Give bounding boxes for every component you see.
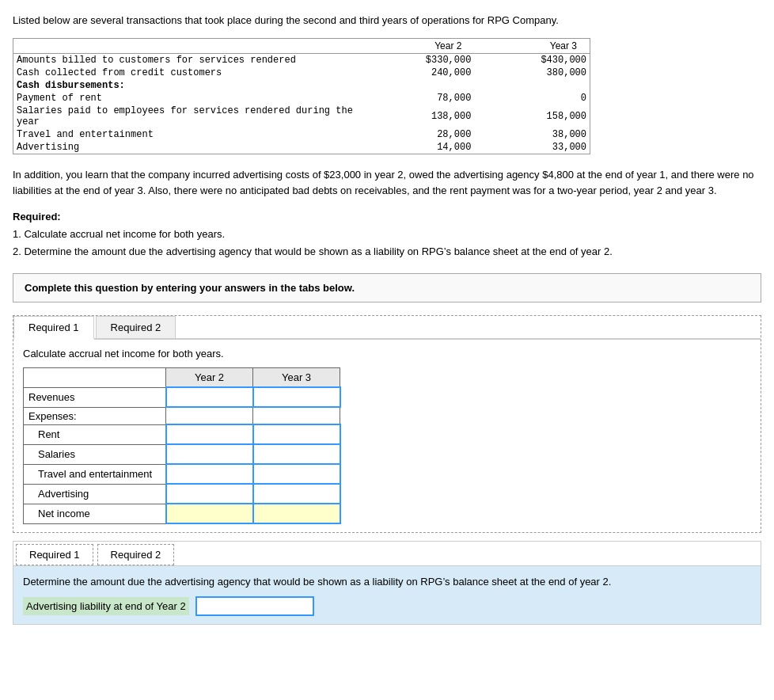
col-header-year3: Year 3 xyxy=(253,368,340,388)
year2-header: Year 2 xyxy=(359,39,475,54)
revenues-year3-cell[interactable] xyxy=(253,387,340,407)
rent-year3-cell[interactable] xyxy=(253,424,340,444)
rent-year3-input[interactable] xyxy=(257,427,336,442)
table-row: Amounts billed to customers for services… xyxy=(13,53,590,67)
rent-row: Rent xyxy=(24,424,340,444)
lower-tab2-content: Determine the amount due the advertising… xyxy=(13,566,761,624)
question-box-text: Complete this question by entering your … xyxy=(25,282,355,294)
salaries-year2-cell[interactable] xyxy=(166,444,253,464)
row-year3: 38,000 xyxy=(474,128,590,141)
revenues-year2-input[interactable] xyxy=(170,390,249,405)
col-header-label xyxy=(24,368,166,388)
advertising-row: Advertising xyxy=(24,484,340,504)
row-year3: 380,000 xyxy=(474,67,590,79)
row-label: Advertising xyxy=(13,141,359,154)
row-year3: $430,000 xyxy=(474,53,590,67)
upper-tab-bar: Required 1 Required 2 xyxy=(13,316,761,340)
required-item-2: 2. Determine the amount due the advertis… xyxy=(13,243,761,261)
rent-year2-cell[interactable] xyxy=(166,424,253,444)
row-year2: 14,000 xyxy=(359,141,475,154)
revenues-label: Revenues xyxy=(24,387,166,407)
row-label: Amounts billed to customers for services… xyxy=(13,53,359,67)
net-income-year3-input[interactable] xyxy=(257,506,336,521)
accrual-table: Year 2 Year 3 Revenues Expenses: xyxy=(23,367,341,524)
row-label: Salaries paid to employees for services … xyxy=(13,105,359,128)
advertising-liability-label: Advertising liability at end of Year 2 xyxy=(23,597,189,616)
revenues-year2-cell[interactable] xyxy=(166,387,253,407)
lower-tab-required1[interactable]: Required 1 xyxy=(16,544,93,565)
row-label: Travel and entertainment xyxy=(13,128,359,141)
row-year3: 0 xyxy=(474,92,590,105)
intro-text: Listed below are several transactions th… xyxy=(13,13,761,29)
advertising-year3-cell[interactable] xyxy=(253,484,340,504)
table-row: Salaries paid to employees for services … xyxy=(13,105,590,128)
lower-tab-required2[interactable]: Required 2 xyxy=(97,544,175,565)
expenses-header-row: Expenses: xyxy=(24,407,340,424)
table-row: Travel and entertainment 28,000 38,000 xyxy=(13,128,590,141)
net-income-year2-cell[interactable] xyxy=(166,504,253,523)
rent-year2-input[interactable] xyxy=(170,427,249,442)
expenses-label: Expenses: xyxy=(24,407,166,424)
year3-header: Year 3 xyxy=(474,39,590,54)
salaries-year3-cell[interactable] xyxy=(253,444,340,464)
col-header-year2: Year 2 xyxy=(166,368,253,388)
lower-tab-bar: Required 1 Required 2 xyxy=(13,542,761,566)
tab2-description: Determine the amount due the advertising… xyxy=(23,574,751,590)
tab-required1[interactable]: Required 1 xyxy=(13,316,94,340)
table-row: Cash disbursements: xyxy=(13,79,590,92)
revenues-year3-input[interactable] xyxy=(257,390,336,405)
advertising-year2-cell[interactable] xyxy=(166,484,253,504)
lower-tabs-container: Required 1 Required 2 Determine the amou… xyxy=(13,541,761,625)
table-row: Advertising 14,000 33,000 xyxy=(13,141,590,154)
required-section: Required: 1. Calculate accrual net incom… xyxy=(13,211,761,261)
advertising-year3-input[interactable] xyxy=(257,486,336,501)
required-list: 1. Calculate accrual net income for both… xyxy=(13,226,761,261)
net-income-row: Net income xyxy=(24,504,340,523)
travel-year2-input[interactable] xyxy=(170,466,249,481)
liability-row: Advertising liability at end of Year 2 xyxy=(23,596,751,616)
row-year2: 28,000 xyxy=(359,128,475,141)
travel-year2-cell[interactable] xyxy=(166,464,253,484)
net-income-year3-cell[interactable] xyxy=(253,504,340,523)
accrual-revenues-row: Revenues xyxy=(24,387,340,407)
salaries-year2-input[interactable] xyxy=(170,447,249,462)
row-label: Cash collected from credit customers xyxy=(13,67,359,79)
salaries-year3-input[interactable] xyxy=(257,447,336,462)
travel-year3-input[interactable] xyxy=(257,466,336,481)
tab-required2[interactable]: Required 2 xyxy=(96,316,176,338)
rent-label: Rent xyxy=(24,424,166,444)
question-box: Complete this question by entering your … xyxy=(13,273,761,302)
row-label-section: Cash disbursements: xyxy=(13,79,359,92)
row-year2: $330,000 xyxy=(359,53,475,67)
advertising-label: Advertising xyxy=(24,484,166,504)
net-income-year2-input[interactable] xyxy=(170,506,249,521)
row-year2: 78,000 xyxy=(359,92,475,105)
travel-row: Travel and entertainment xyxy=(24,464,340,484)
table-row: Cash collected from credit customers 240… xyxy=(13,67,590,79)
row-year2: 138,000 xyxy=(359,105,475,128)
row-year3: 33,000 xyxy=(474,141,590,154)
tab1-content: Calculate accrual net income for both ye… xyxy=(13,340,761,532)
table-row: Payment of rent 78,000 0 xyxy=(13,92,590,105)
required-header: Required: xyxy=(13,211,761,223)
salaries-row: Salaries xyxy=(24,444,340,464)
travel-year3-cell[interactable] xyxy=(253,464,340,484)
salaries-label: Salaries xyxy=(24,444,166,464)
row-label: Payment of rent xyxy=(13,92,359,105)
upper-tabs-container: Required 1 Required 2 Calculate accrual … xyxy=(13,315,761,533)
required-item-1: 1. Calculate accrual net income for both… xyxy=(13,226,761,243)
travel-label: Travel and entertainment xyxy=(24,464,166,484)
transaction-table: Year 2 Year 3 Amounts billed to customer… xyxy=(13,38,590,154)
net-income-label: Net income xyxy=(24,504,166,523)
advertising-year2-input[interactable] xyxy=(170,486,249,501)
tab1-description: Calculate accrual net income for both ye… xyxy=(23,348,751,360)
row-year3: 158,000 xyxy=(474,105,590,128)
advertising-liability-input[interactable] xyxy=(195,596,314,616)
row-year2: 240,000 xyxy=(359,67,475,79)
description-text: In addition, you learn that the company … xyxy=(13,167,761,200)
